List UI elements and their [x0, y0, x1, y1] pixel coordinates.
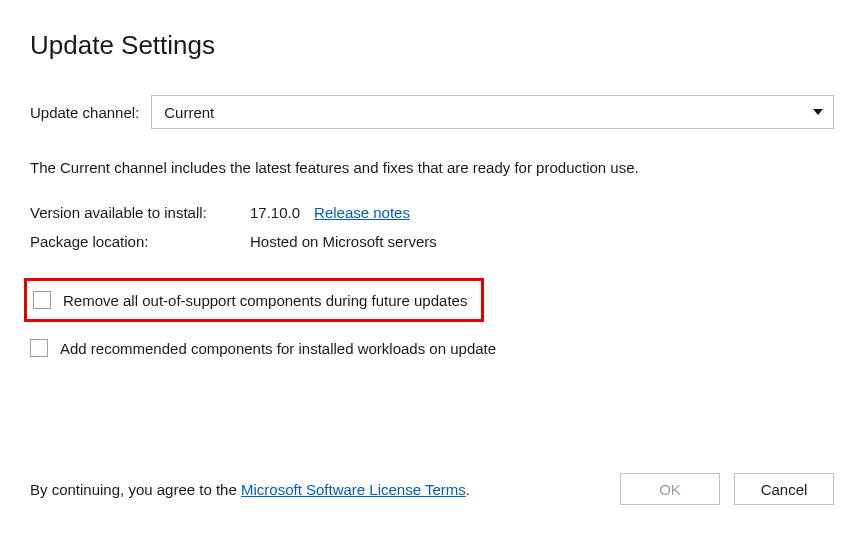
release-notes-link[interactable]: Release notes — [314, 204, 410, 221]
page-title: Update Settings — [30, 30, 834, 61]
legal-text: By continuing, you agree to the Microsof… — [30, 481, 470, 498]
version-label: Version available to install: — [30, 204, 250, 221]
legal-suffix: . — [466, 481, 470, 498]
package-location-label: Package location: — [30, 233, 250, 250]
add-recommended-label: Add recommended components for installed… — [60, 340, 496, 357]
highlight-box: Remove all out-of-support components dur… — [24, 278, 484, 322]
update-channel-select[interactable]: Current — [151, 95, 834, 129]
ok-button[interactable]: OK — [620, 473, 720, 505]
remove-oos-checkbox[interactable] — [33, 291, 51, 309]
package-location-value: Hosted on Microsoft servers — [250, 233, 834, 250]
version-value: 17.10.0 — [250, 204, 300, 221]
chevron-down-icon — [813, 109, 823, 115]
update-channel-value: Current — [164, 104, 214, 121]
channel-description: The Current channel includes the latest … — [30, 159, 834, 176]
license-terms-link[interactable]: Microsoft Software License Terms — [241, 481, 466, 498]
update-channel-label: Update channel: — [30, 104, 139, 121]
add-recommended-checkbox[interactable] — [30, 339, 48, 357]
cancel-button[interactable]: Cancel — [734, 473, 834, 505]
remove-oos-label: Remove all out-of-support components dur… — [63, 292, 467, 309]
legal-prefix: By continuing, you agree to the — [30, 481, 241, 498]
